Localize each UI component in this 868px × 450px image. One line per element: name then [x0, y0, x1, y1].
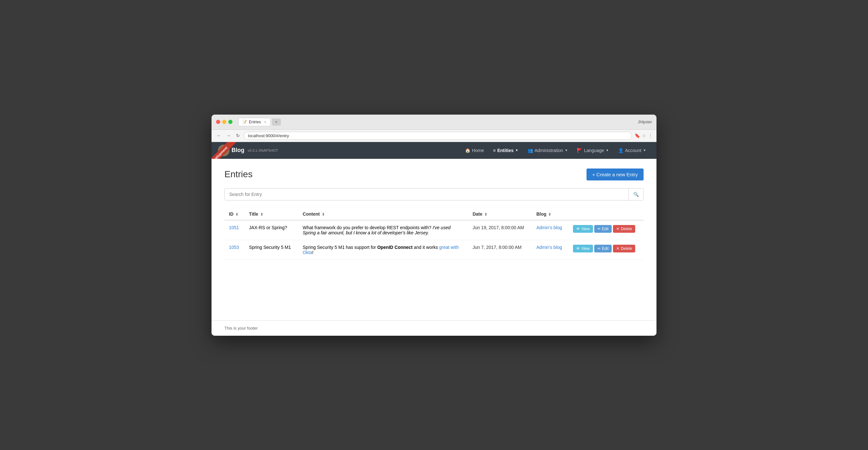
- nav-home[interactable]: 🏠 Home: [461, 145, 488, 156]
- traffic-light-green[interactable]: [228, 120, 232, 124]
- row2-action-buttons: 👁 View ✏ Edit ✕ Delete: [573, 245, 639, 252]
- view-icon: 👁: [576, 227, 580, 231]
- brand-avatar: 🧔: [218, 145, 229, 156]
- col-blog-label: Blog: [536, 212, 546, 217]
- col-id-label: ID: [229, 212, 234, 217]
- home-icon: 🏠: [465, 148, 470, 153]
- delete-label-2: Delete: [621, 246, 632, 251]
- footer-text: This is your footer: [224, 326, 258, 331]
- table-row: 1053 Spring Security 5 M1 Spring Securit…: [224, 240, 644, 259]
- row1-delete-button[interactable]: ✕ Delete: [613, 225, 635, 233]
- row1-id-link[interactable]: 1051: [229, 225, 239, 230]
- traffic-light-yellow[interactable]: [222, 120, 226, 124]
- row2-edit-button[interactable]: ✏ Edit: [594, 245, 612, 252]
- column-header-id[interactable]: ID ⇕: [224, 208, 244, 220]
- traffic-lights: [216, 120, 232, 124]
- view-label-2: View: [581, 246, 590, 251]
- row2-date-cell: Jun 7, 2017, 8:00:00 AM: [468, 240, 532, 259]
- column-header-title[interactable]: Title ⇕: [244, 208, 298, 220]
- browser-tab-entries[interactable]: 📝 Entries ×: [238, 118, 271, 126]
- col-title-label: Title: [249, 212, 258, 217]
- row2-content-before-bold: Spring Security 5 M1 has support for: [303, 245, 377, 250]
- row2-content-after-bold: and it works: [413, 245, 439, 250]
- refresh-button[interactable]: ↻: [235, 132, 241, 139]
- table-body: 1051 JAX-RS or Spring? What framework do…: [224, 220, 644, 260]
- nav-home-label: Home: [472, 148, 484, 153]
- row2-title-cell: Spring Security 5 M1: [244, 240, 298, 259]
- search-button[interactable]: 🔍: [628, 189, 643, 200]
- traffic-light-red[interactable]: [216, 120, 220, 124]
- view-icon-2: 👁: [576, 246, 580, 251]
- table-header-row: ID ⇕ Title ⇕ Content ⇕ Date: [224, 208, 644, 220]
- navbar-nav: 🏠 Home ≡ Entities ▼ 👥 Administration ▼ 🚩…: [461, 145, 650, 156]
- row2-content-link-end: !: [312, 250, 313, 255]
- delete-icon-2: ✕: [616, 246, 619, 251]
- tab-close-button[interactable]: ×: [264, 120, 266, 124]
- row2-id-cell: 1053: [224, 240, 244, 259]
- edit-label-2: Edit: [602, 246, 609, 251]
- row1-edit-button[interactable]: ✏ Edit: [594, 225, 612, 233]
- tab-icon: 📝: [243, 120, 247, 124]
- row2-id-link[interactable]: 1053: [229, 245, 239, 250]
- menu-icon: ⋮: [648, 133, 653, 138]
- row2-blog-cell: Admin's blog: [532, 240, 568, 259]
- column-header-date[interactable]: Date ⇕: [468, 208, 532, 220]
- back-button[interactable]: ←: [215, 132, 222, 139]
- browser-titlebar: 📝 Entries × + JHipster: [212, 115, 656, 130]
- create-entry-button[interactable]: + Create a new Entry: [587, 169, 644, 180]
- row2-view-button[interactable]: 👁 View: [573, 245, 593, 252]
- table-row: 1051 JAX-RS or Spring? What framework do…: [224, 220, 644, 240]
- row2-blog-link[interactable]: Admin's blog: [536, 245, 562, 250]
- row1-action-buttons: 👁 View ✏ Edit ✕ Delete: [573, 225, 639, 233]
- address-input[interactable]: [244, 132, 632, 140]
- brand-version: v0.0.1-SNAPSHOT: [248, 148, 278, 152]
- browser-addressbar: ← → ↻ 🔖 ☆ ⋮: [212, 130, 656, 142]
- nav-entities[interactable]: ≡ Entities ▼: [489, 145, 522, 156]
- col-date-label: Date: [473, 212, 483, 217]
- table-header: ID ⇕ Title ⇕ Content ⇕ Date: [224, 208, 644, 220]
- nav-administration[interactable]: 👥 Administration ▼: [524, 145, 572, 156]
- account-icon: 👤: [618, 148, 624, 153]
- app-content: Development 🧔 Blog v0.0.1-SNAPSHOT 🏠 Hom…: [212, 142, 656, 336]
- delete-label: Delete: [621, 227, 632, 231]
- nav-entities-label: Entities: [497, 148, 514, 153]
- column-header-content[interactable]: Content ⇕: [298, 208, 468, 220]
- row1-title: JAX-RS or Spring?: [249, 225, 287, 230]
- row1-actions-cell: 👁 View ✏ Edit ✕ Delete: [568, 220, 644, 240]
- nav-administration-label: Administration: [535, 148, 563, 153]
- star-icon: ☆: [642, 133, 646, 138]
- edit-label: Edit: [602, 227, 609, 231]
- row1-blog-link[interactable]: Admin's blog: [536, 225, 562, 230]
- col-content-label: Content: [303, 212, 320, 217]
- language-icon: 🚩: [577, 148, 582, 153]
- nav-language[interactable]: 🚩 Language ▼: [573, 145, 613, 156]
- jhipster-label: JHipster: [638, 120, 652, 124]
- col-date-sort-icon: ⇕: [484, 213, 487, 216]
- navbar-brand[interactable]: 🧔 Blog v0.0.1-SNAPSHOT: [218, 145, 278, 156]
- search-input[interactable]: [225, 189, 628, 200]
- row2-delete-button[interactable]: ✕ Delete: [613, 245, 635, 252]
- row1-title-cell: JAX-RS or Spring?: [244, 220, 298, 240]
- account-caret-icon: ▼: [643, 148, 646, 152]
- column-header-blog[interactable]: Blog ⇕: [532, 208, 568, 220]
- entities-icon: ≡: [493, 148, 496, 153]
- admin-caret-icon: ▼: [565, 148, 568, 152]
- col-content-sort-icon: ⇕: [322, 213, 325, 216]
- nav-account[interactable]: 👤 Account ▼: [614, 145, 650, 156]
- search-icon: 🔍: [633, 192, 639, 197]
- search-bar: 🔍: [224, 188, 644, 200]
- row2-date: Jun 7, 2017, 8:00:00 AM: [473, 245, 522, 250]
- row1-blog-cell: Admin's blog: [532, 220, 568, 240]
- forward-button[interactable]: →: [225, 132, 232, 139]
- entries-table: ID ⇕ Title ⇕ Content ⇕ Date: [224, 208, 644, 260]
- nav-language-label: Language: [584, 148, 604, 153]
- admin-icon: 👥: [528, 148, 533, 153]
- app-footer: This is your footer: [212, 320, 656, 336]
- col-title-sort-icon: ⇕: [260, 213, 263, 216]
- row2-actions-cell: 👁 View ✏ Edit ✕ Delete: [568, 240, 644, 259]
- address-icons: 🔖 ☆ ⋮: [634, 133, 653, 138]
- edit-icon: ✏: [597, 227, 601, 231]
- row1-view-button[interactable]: 👁 View: [573, 225, 593, 233]
- new-tab-button[interactable]: +: [272, 118, 281, 125]
- navbar: Development 🧔 Blog v0.0.1-SNAPSHOT 🏠 Hom…: [212, 142, 656, 159]
